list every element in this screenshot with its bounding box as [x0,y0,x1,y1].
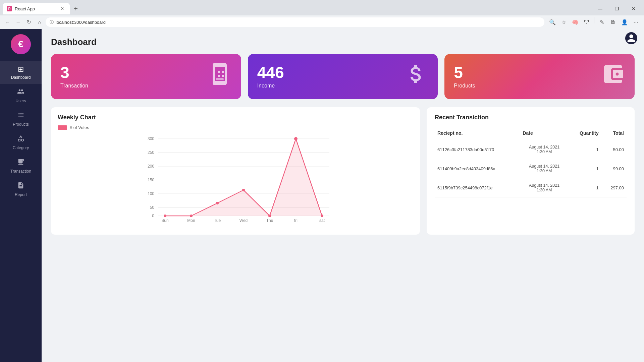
products-number: 5 [454,65,475,81]
sidebar: € ⊞ Dashboard Users Products Category [0,29,42,362]
sidebar-label-products: Products [13,122,29,127]
maximize-button[interactable]: ❐ [609,3,625,14]
tab-close-button[interactable]: × [59,5,66,12]
svg-rect-0 [216,78,224,80]
toolbar-separator [594,17,594,23]
users-icon [17,88,24,97]
svg-text:200: 200 [148,164,154,169]
svg-text:Thu: Thu [266,218,273,223]
extension-icon[interactable]: 🧠 [570,17,581,27]
url-text: localhost:3000/dashboard [56,20,106,25]
total-0: 50.00 [601,140,627,159]
report-icon [17,182,24,191]
close-button[interactable]: ✕ [626,3,641,14]
table-row: 611409b9a2ec8d403409d86a August 14, 2021… [435,159,627,178]
date-1: August 14, 2021 1:30 AM [520,159,568,178]
app-container: € ⊞ Dashboard Users Products Category [0,29,644,362]
chart-title: Weekly Chart [58,114,413,121]
dashboard-icon: ⊞ [18,65,24,74]
products-icon [17,111,24,121]
svg-text:0: 0 [152,214,154,218]
table-row: 61126c3fa211783da00d5170 August 14, 2021… [435,140,627,159]
home-button[interactable]: ⌂ [35,17,44,27]
header-total: Total [601,128,627,140]
svg-marker-22 [165,139,322,216]
transaction-number: 3 [60,65,88,81]
sidebar-item-products[interactable]: Products [0,107,42,131]
qty-2: 1 [569,178,601,197]
income-number: 446 [257,65,284,81]
forward-button[interactable]: → [13,17,23,27]
app-logo[interactable]: € [11,34,31,54]
products-label: Products [454,83,475,89]
stat-card-products-text: 5 Products [454,65,475,89]
chart-card: Weekly Chart # of Votes [51,107,420,235]
sidebar-item-transaction[interactable]: Transaction [0,154,42,178]
search-icon[interactable]: 🔍 [547,17,558,27]
bottom-section: Weekly Chart # of Votes [51,107,635,235]
sidebar-item-category[interactable]: Category [0,131,42,154]
svg-text:150: 150 [148,178,154,182]
stat-card-products: 5 Products [444,54,635,99]
receipt-1: 611409b9a2ec8d403409d86a [435,159,520,178]
favorites-icon[interactable]: ☆ [558,17,569,27]
shield-icon[interactable]: 🛡 [581,17,592,27]
total-2: 297.00 [601,178,627,197]
svg-point-24 [190,215,193,217]
sidebar-label-report: Report [15,192,27,197]
header-quantity: Quantity [569,128,601,140]
tab-favicon: R [7,6,12,11]
sidebar-label-transaction: Transaction [10,169,31,174]
sidebar-label-dashboard: Dashboard [11,75,31,80]
sidebar-item-report[interactable]: Report [0,178,42,201]
tab-title: React App [15,6,56,11]
url-secure-icon: ⓘ [50,19,54,25]
svg-text:50: 50 [150,205,155,210]
svg-text:Tue: Tue [214,218,221,223]
qty-1: 1 [569,159,601,178]
address-bar: ← → ↻ ⌂ ⓘ localhost:3000/dashboard 🔍 ☆ 🧠… [0,15,644,29]
qty-0: 1 [569,140,601,159]
sidebar-item-dashboard[interactable]: ⊞ Dashboard [0,61,42,84]
sidebar-label-category: Category [13,145,29,150]
category-icon [17,135,24,144]
sidebar-item-users[interactable]: Users [0,84,42,107]
minimize-button[interactable]: — [592,3,608,14]
active-tab[interactable]: R React App × [3,3,70,14]
total-1: 99.00 [601,159,627,178]
chart-legend: # of Votes [58,125,413,130]
dollar-icon [404,62,428,91]
browser-chrome: R React App × + — ❐ ✕ ← → ↻ ⌂ ⓘ localhos… [0,0,644,29]
legend-color [58,125,67,130]
downloads-icon[interactable]: 🗎 [608,17,619,27]
svg-text:Sun: Sun [161,218,168,223]
chart-area: 300 250 200 150 100 50 0 Sun Mon Tue Wed [58,135,413,226]
transaction-title: Recent Transiction [435,114,627,121]
sidebar-label-users: Users [15,99,26,103]
transaction-card: Recent Transiction Reciept no. Date Quan… [427,107,635,235]
user-avatar-container [625,32,637,44]
profile-icon[interactable]: 👤 [619,17,630,27]
toolbar-icons: 🔍 ☆ 🧠 🛡 ✎ 🗎 👤 ⋯ [547,17,641,27]
svg-point-29 [321,215,323,217]
url-bar[interactable]: ⓘ localhost:3000/dashboard [46,17,544,27]
svg-text:Wed: Wed [239,218,248,223]
header-date: Date [520,128,568,140]
new-tab-button[interactable]: + [71,4,80,13]
svg-text:Mon: Mon [187,218,195,223]
transaction-table: Reciept no. Date Quantity Total 61126c3f… [435,128,627,197]
back-button[interactable]: ← [3,17,12,27]
date-2: August 14, 2021 1:30 AM [520,178,568,197]
stat-card-transaction: 3 Transaction [51,54,241,99]
svg-point-23 [164,215,166,217]
reload-button[interactable]: ↻ [24,17,34,27]
transaction-icon [17,158,24,168]
stat-card-transaction-text: 3 Transaction [60,65,88,89]
svg-text:300: 300 [148,136,154,141]
main-content: Dashboard 3 Transaction 446 Income [42,29,644,362]
collections-icon[interactable]: ✎ [596,17,607,27]
window-controls: — ❐ ✕ [592,3,641,14]
user-avatar[interactable] [625,32,637,44]
menu-icon[interactable]: ⋯ [631,17,641,27]
legend-label: # of Votes [70,125,89,130]
